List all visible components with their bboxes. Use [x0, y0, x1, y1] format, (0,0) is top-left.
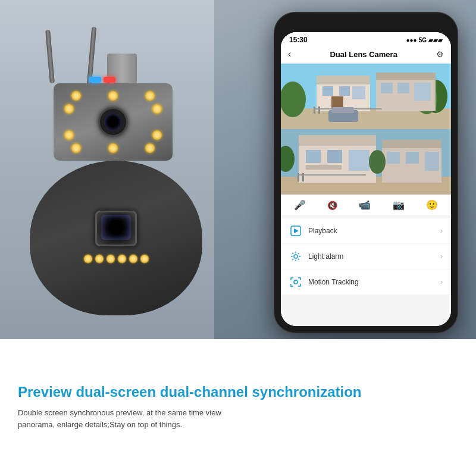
svg-point-2 — [281, 82, 306, 117]
menu-item-playback[interactable]: Playback › — [281, 218, 451, 243]
svg-line-46 — [292, 253, 293, 254]
menu-item-motion-tracking[interactable]: Motion Tracking › — [281, 270, 451, 295]
light-alarm-arrow: › — [440, 252, 443, 261]
feed-zoom-svg — [281, 129, 451, 195]
svg-rect-12 — [376, 73, 436, 80]
bottom-section: Preview dual-screen dual-channel synchro… — [0, 339, 476, 476]
light-alarm-label: Light alarm — [308, 252, 440, 261]
settings-button[interactable]: ⚙ — [436, 49, 444, 59]
motion-tracking-arrow: › — [440, 278, 443, 286]
motion-tracking-icon — [289, 275, 302, 289]
phone-body: 15:30 ●●● 5G ▰▰▰ ‹ Dual Lens Camera ⚙ — [274, 12, 458, 333]
led-left-top — [64, 104, 74, 114]
signal-icon: ●●● — [406, 37, 417, 43]
network-type: 5G — [419, 37, 427, 43]
svg-rect-20 — [331, 107, 354, 113]
svg-rect-9 — [352, 86, 365, 99]
app-header-title: Dual Lens Camera — [330, 50, 397, 59]
camera-feed-zoom — [281, 129, 451, 195]
motion-tracking-label: Motion Tracking — [308, 278, 440, 286]
svg-rect-30 — [382, 140, 441, 148]
svg-rect-38 — [298, 174, 366, 176]
menu-list: Playback › — [281, 216, 451, 326]
status-icons: ●●● 5G ▰▰▰ — [406, 37, 443, 43]
bottom-description: Double screen synchronous preview, at th… — [18, 407, 244, 432]
camera-feed-wide — [281, 64, 451, 129]
camera-switch-button[interactable]: 📹 — [359, 199, 371, 211]
phone-screen: 15:30 ●●● 5G ▰▰▰ ‹ Dual Lens Camera ⚙ — [281, 32, 451, 326]
led-top-mid — [108, 91, 118, 101]
svg-rect-8 — [339, 86, 350, 96]
led-bot-left — [71, 143, 81, 153]
svg-point-41 — [294, 255, 298, 258]
feed-wide-svg — [281, 64, 451, 129]
microphone-button[interactable]: 🎤 — [294, 199, 306, 211]
svg-rect-27 — [349, 150, 369, 171]
svg-rect-31 — [387, 152, 400, 164]
light-alarm-icon — [289, 250, 302, 263]
svg-rect-28 — [306, 165, 342, 170]
blue-light — [89, 77, 101, 83]
face-button[interactable]: 🙂 — [426, 199, 438, 211]
playback-label: Playback — [308, 227, 440, 235]
b-led-3 — [107, 255, 115, 263]
led-right-bot — [152, 130, 162, 140]
svg-marker-40 — [294, 228, 299, 233]
app-header: ‹ Dual Lens Camera ⚙ — [281, 45, 451, 64]
svg-rect-14 — [397, 83, 409, 93]
svg-rect-15 — [414, 83, 431, 101]
svg-line-47 — [298, 259, 299, 260]
b-led-4 — [118, 255, 126, 263]
svg-rect-16 — [314, 107, 315, 114]
b-led-5 — [129, 255, 137, 263]
led-bot-right — [145, 143, 155, 153]
svg-rect-6 — [317, 76, 370, 84]
b-led-2 — [95, 255, 104, 263]
main-lens — [95, 211, 137, 246]
svg-point-50 — [294, 280, 298, 284]
controls-bar: 🎤 🔇 📹 📷 🙂 — [281, 195, 451, 216]
battery-icon: ▰▰▰ — [428, 37, 443, 43]
svg-rect-26 — [327, 150, 342, 163]
svg-line-48 — [298, 253, 299, 254]
svg-rect-24 — [299, 135, 376, 146]
snapshot-button[interactable]: 📷 — [393, 199, 405, 211]
light-bar — [89, 76, 137, 83]
bottom-title: Preview dual-screen dual-channel synchro… — [18, 384, 458, 401]
top-section: 15:30 ●●● 5G ▰▰▰ ‹ Dual Lens Camera ⚙ — [0, 0, 476, 339]
led-right-top — [152, 104, 162, 114]
top-camera-lens — [98, 107, 128, 137]
svg-line-49 — [292, 259, 293, 260]
main-camera-dome — [30, 161, 202, 315]
menu-item-light-alarm[interactable]: Light alarm › — [281, 244, 451, 269]
status-time: 15:30 — [289, 36, 308, 44]
svg-rect-32 — [406, 152, 419, 164]
svg-rect-25 — [306, 150, 321, 163]
b-led-6 — [140, 255, 149, 263]
playback-arrow: › — [440, 227, 443, 235]
svg-rect-7 — [322, 86, 333, 96]
playback-icon — [289, 224, 302, 237]
led-bot-mid — [108, 143, 118, 153]
led-left-bot — [64, 130, 74, 140]
bottom-led-array — [82, 252, 151, 265]
phone-notch — [342, 19, 390, 30]
svg-rect-13 — [381, 83, 393, 93]
speaker-button[interactable]: 🔇 — [327, 201, 337, 210]
camera-container — [12, 24, 214, 321]
b-led-1 — [84, 255, 92, 263]
svg-rect-17 — [318, 107, 320, 114]
antenna-left — [45, 30, 55, 83]
red-light — [104, 77, 115, 83]
status-bar: 15:30 ●●● 5G ▰▰▰ — [281, 32, 451, 45]
svg-point-35 — [369, 150, 386, 174]
back-button[interactable]: ‹ — [288, 49, 291, 60]
top-lens-unit — [54, 83, 173, 161]
svg-rect-33 — [425, 152, 439, 171]
phone-container: 15:30 ●●● 5G ▰▰▰ ‹ Dual Lens Camera ⚙ — [274, 12, 458, 333]
